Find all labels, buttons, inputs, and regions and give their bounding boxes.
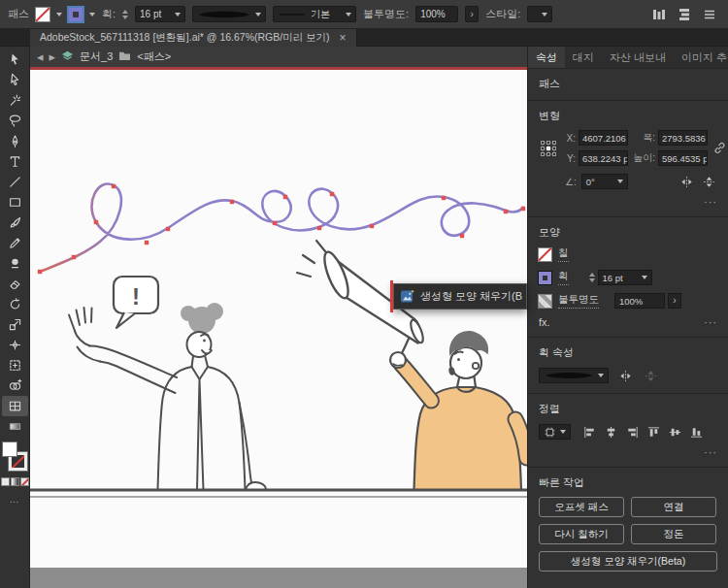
flip-vertical-icon[interactable] xyxy=(700,173,717,190)
appearance-section: 모양 칠 획 16 pt 불투명도 1 xyxy=(528,217,728,338)
stroke-color-swatch[interactable] xyxy=(69,8,83,21)
flip-horizontal-icon[interactable] xyxy=(678,173,695,190)
align-bottom-icon[interactable] xyxy=(687,423,705,441)
mesh-tool[interactable] xyxy=(2,396,28,416)
rotate-tool[interactable] xyxy=(2,294,28,314)
fill-caret-icon[interactable] xyxy=(56,13,62,16)
opacity-panel-chevron[interactable]: › xyxy=(668,293,681,309)
direct-selection-tool[interactable] xyxy=(2,70,28,90)
opacity-panel-button[interactable]: › xyxy=(465,6,479,22)
stroke-label[interactable]: 획 xyxy=(558,270,569,285)
tab-close-icon[interactable]: × xyxy=(340,32,347,44)
width-profile-select[interactable] xyxy=(192,6,266,22)
tab-image-trace[interactable]: 이미지 추적 xyxy=(674,47,728,68)
width-label: 폭: xyxy=(631,131,655,145)
align-right-icon[interactable] xyxy=(623,423,641,441)
gradient-mode-icon[interactable] xyxy=(12,478,18,485)
man-figure xyxy=(297,241,527,490)
x-input[interactable]: 4607.2106 xyxy=(579,130,628,146)
scale-tool[interactable] xyxy=(2,314,28,335)
edit-toolbar-icon[interactable]: … xyxy=(10,494,20,505)
join-button[interactable]: 연결 xyxy=(631,497,716,517)
free-transform-tool[interactable] xyxy=(2,355,28,376)
fill-none-swatch[interactable] xyxy=(539,248,551,261)
appearance-title: 모양 xyxy=(539,225,717,240)
document-tab[interactable]: AdobeStock_567111318 [변환됨].ai* @ 16.67%(… xyxy=(30,29,357,47)
opacity-label-panel[interactable]: 불투명도 xyxy=(558,293,599,309)
stroke-caret-icon[interactable] xyxy=(89,13,95,16)
effects-button[interactable]: fx. xyxy=(539,316,550,328)
fill-label[interactable]: 칠 xyxy=(558,246,569,262)
opacity-swatch[interactable] xyxy=(539,295,551,308)
width-tool[interactable] xyxy=(2,335,28,355)
angle-select[interactable]: 0° xyxy=(581,174,628,189)
align-top-icon[interactable] xyxy=(645,423,662,441)
stroke-weight-label: 획: xyxy=(102,7,116,21)
paintbrush-tool[interactable] xyxy=(2,212,28,233)
tab-properties[interactable]: 속성 xyxy=(528,47,565,68)
y-input[interactable]: 638.2243 p xyxy=(579,150,628,166)
breadcrumb: ◂ ▸ 문서_3 <패스> xyxy=(30,47,527,70)
stroke-weight-stepper[interactable] xyxy=(122,10,128,19)
appearance-more-icon[interactable]: ··· xyxy=(704,316,717,328)
generative-shape-fill-button[interactable]: 생성형 모양 채우기(Beta) xyxy=(539,551,717,572)
flip-along-icon[interactable] xyxy=(616,367,634,384)
line-segment-tool[interactable] xyxy=(2,172,28,192)
fill-indicator-swatch[interactable] xyxy=(3,442,17,456)
path-section-title: 패스 xyxy=(539,77,717,91)
flip-across-icon[interactable] xyxy=(642,367,659,384)
opacity-select-panel[interactable]: 100% xyxy=(614,293,665,309)
blob-brush-tool[interactable] xyxy=(2,253,28,274)
style-select[interactable] xyxy=(527,6,552,22)
tab-artboards[interactable]: 대지 xyxy=(565,47,602,68)
selection-tool[interactable] xyxy=(2,49,28,70)
color-mode-icon[interactable] xyxy=(2,478,9,485)
opacity-select[interactable]: 100% xyxy=(415,6,458,22)
type-tool[interactable] xyxy=(2,151,28,172)
align-left-icon[interactable] xyxy=(580,423,598,441)
link-dimensions-icon[interactable] xyxy=(712,141,727,155)
illustrator-window: 패스 획: 16 pt 기본 불투명도: 100% › 스타일: xyxy=(0,0,728,588)
align-center-vertical-icon[interactable] xyxy=(666,423,683,441)
forward-icon[interactable]: ▸ xyxy=(50,50,56,63)
pencil-tool[interactable] xyxy=(2,233,28,253)
back-icon[interactable]: ◂ xyxy=(37,50,44,63)
align-to-select[interactable] xyxy=(539,424,571,440)
stroke-swatch[interactable] xyxy=(539,272,551,284)
reference-point-grid[interactable] xyxy=(539,139,558,158)
height-input[interactable]: 596.4535 p xyxy=(658,150,708,166)
magic-wand-tool[interactable] xyxy=(2,90,28,111)
breadcrumb-document[interactable]: 문서_3 xyxy=(80,49,113,64)
quick-actions-section: 빠른 작업 오프셋 패스연결다시 칠하기정돈생성형 모양 채우기(Beta) xyxy=(528,468,728,580)
pen-tool[interactable] xyxy=(2,131,28,151)
lasso-tool[interactable] xyxy=(2,111,28,131)
fill-stroke-indicator[interactable] xyxy=(2,442,28,471)
artboard-icon xyxy=(544,426,556,439)
rectangle-tool[interactable] xyxy=(2,192,28,212)
none-mode-icon[interactable] xyxy=(21,478,28,485)
bar-menu-icon[interactable] xyxy=(701,6,718,23)
document-area: ◂ ▸ 문서_3 <패스> xyxy=(30,47,527,588)
width-input[interactable]: 2793.5836 xyxy=(658,130,708,146)
stroke-weight-stepper-panel[interactable] xyxy=(589,273,595,282)
offset-path-button[interactable]: 오프셋 패스 xyxy=(539,497,624,517)
arrange-button[interactable]: 정돈 xyxy=(631,524,716,544)
fill-color-swatch[interactable] xyxy=(36,8,50,21)
eraser-tool[interactable] xyxy=(2,274,28,294)
width-profile-select-panel[interactable] xyxy=(539,368,609,383)
shape-builder-tool[interactable] xyxy=(2,376,28,396)
stroke-weight-select[interactable]: 16 pt xyxy=(135,6,185,22)
align-center-horizontal-icon[interactable] xyxy=(602,423,619,441)
transform-more-icon[interactable]: ··· xyxy=(704,196,717,208)
style-label: 스타일: xyxy=(485,7,520,21)
distribute-horizontal-icon[interactable] xyxy=(650,6,668,23)
recolor-button[interactable]: 다시 칠하기 xyxy=(539,524,624,544)
artboard[interactable]: ! xyxy=(30,70,527,588)
stroke-weight-select-panel[interactable]: 16 pt xyxy=(598,270,652,285)
tab-asset-export[interactable]: 자산 내보내 xyxy=(602,47,674,68)
align-more-icon[interactable]: ··· xyxy=(704,446,717,458)
woman-hair xyxy=(181,303,223,334)
gradient-tool[interactable] xyxy=(2,416,28,437)
distribute-vertical-icon[interactable] xyxy=(676,6,693,23)
brush-select[interactable]: 기본 xyxy=(273,6,356,22)
